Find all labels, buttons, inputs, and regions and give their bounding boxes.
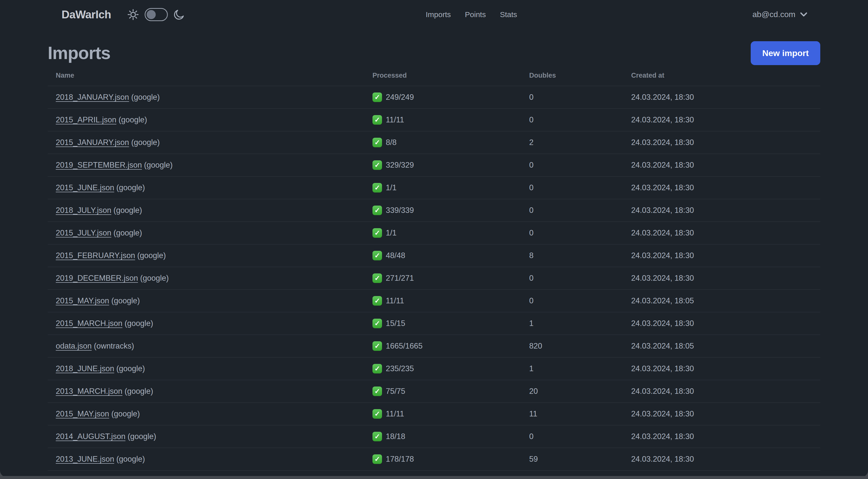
import-file-link[interactable]: 2015_MAY.json [56, 409, 109, 418]
success-check-icon: ✓ [372, 319, 382, 328]
theme-toggle[interactable] [145, 8, 168, 21]
doubles-cell: 820 [529, 341, 631, 351]
nav-link-stats[interactable]: Stats [500, 10, 517, 19]
page-title: Imports [48, 43, 111, 63]
created-at-cell: 24.03.2024, 18:30 [631, 93, 820, 102]
import-source-label: (google) [129, 138, 160, 147]
nav-link-points[interactable]: Points [465, 10, 486, 19]
chevron-down-icon [800, 12, 807, 17]
doubles-cell: 1 [529, 319, 631, 328]
import-name-cell: 2015_MARCH.json (google) [56, 319, 372, 328]
table-row: 2015_MARCH.json (google)✓15/15124.03.202… [48, 312, 820, 335]
new-import-button[interactable]: New import [751, 41, 820, 65]
processed-count: 1/1 [386, 183, 397, 192]
processed-count: 18/18 [386, 432, 405, 441]
import-source-label: (google) [116, 115, 147, 124]
processed-cell: ✓18/18 [372, 432, 529, 441]
sun-icon [127, 8, 139, 21]
import-source-label: (google) [114, 183, 145, 192]
created-at-cell: 24.03.2024, 18:30 [631, 183, 820, 192]
table-row: 2018_JUNE.json (google)✓235/235124.03.20… [48, 358, 820, 380]
processed-cell: ✓75/75 [372, 387, 529, 396]
import-file-link[interactable]: odata.json [56, 341, 92, 350]
import-file-link[interactable]: 2013_MARCH.json [56, 387, 122, 395]
import-source-label: (owntracks) [92, 341, 134, 350]
processed-count: 8/8 [386, 138, 397, 147]
import-file-link[interactable]: 2015_FEBRUARY.json [56, 251, 135, 260]
doubles-cell: 0 [529, 206, 631, 215]
import-file-link[interactable]: 2019_SEPTEMBER.json [56, 160, 142, 169]
page-head: Imports New import [48, 41, 820, 65]
import-file-link[interactable]: 2015_JULY.json [56, 229, 111, 237]
import-file-link[interactable]: 2018_JUNE.json [56, 364, 114, 373]
import-file-link[interactable]: 2013_JUNE.json [56, 455, 114, 463]
import-source-label: (google) [109, 409, 140, 418]
theme-toggle-knob [147, 10, 156, 19]
processed-count: 1665/1665 [386, 341, 423, 351]
doubles-cell: 20 [529, 387, 631, 396]
navbar-right: ab@cd.com [752, 10, 807, 19]
success-check-icon: ✓ [372, 228, 382, 238]
import-name-cell: 2015_JANUARY.json (google) [56, 138, 372, 147]
doubles-cell: 0 [529, 93, 631, 102]
import-source-label: (google) [129, 93, 160, 101]
theme-switch [127, 8, 185, 21]
table-row: 2019_SEPTEMBER.json (google)✓329/329024.… [48, 154, 820, 177]
success-check-icon: ✓ [372, 296, 382, 306]
doubles-cell: 2 [529, 138, 631, 147]
processed-cell: ✓339/339 [372, 206, 529, 215]
created-at-cell: 24.03.2024, 18:30 [631, 274, 820, 283]
window-bottom-edge [0, 476, 868, 479]
created-at-cell: 24.03.2024, 18:30 [631, 206, 820, 215]
doubles-cell: 8 [529, 251, 631, 260]
import-file-link[interactable]: 2015_JANUARY.json [56, 138, 129, 147]
import-file-link[interactable]: 2014_AUGUST.json [56, 432, 125, 441]
import-source-label: (google) [135, 251, 166, 260]
processed-cell: ✓15/15 [372, 319, 529, 328]
processed-cell: ✓1/1 [372, 183, 529, 192]
navbar-left: DaWarIch [62, 8, 185, 21]
table-row: 2019_DECEMBER.json (google)✓271/271024.0… [48, 267, 820, 290]
doubles-cell: 11 [529, 409, 631, 418]
import-name-cell: 2018_JULY.json (google) [56, 206, 372, 215]
import-file-link[interactable]: 2019_DECEMBER.json [56, 274, 138, 282]
processed-count: 178/178 [386, 455, 414, 464]
app-logo[interactable]: DaWarIch [62, 8, 111, 21]
doubles-cell: 59 [529, 455, 631, 464]
table-row: odata.json (owntracks)✓1665/166582024.03… [48, 335, 820, 358]
success-check-icon: ✓ [372, 160, 382, 170]
import-file-link[interactable]: 2018_JULY.json [56, 206, 111, 215]
processed-cell: ✓178/178 [372, 454, 529, 464]
processed-count: 11/11 [386, 296, 404, 305]
processed-count: 48/48 [386, 251, 405, 260]
created-at-cell: 24.03.2024, 18:30 [631, 115, 820, 124]
navbar: DaWarIch [0, 0, 868, 29]
import-file-link[interactable]: 2018_JANUARY.json [56, 93, 129, 101]
success-check-icon: ✓ [372, 273, 382, 283]
nav-link-imports[interactable]: Imports [426, 10, 451, 19]
created-at-cell: 24.03.2024, 18:30 [631, 387, 820, 396]
import-name-cell: 2015_JUNE.json (google) [56, 183, 372, 192]
processed-cell: ✓1/1 [372, 228, 529, 238]
table-header-row: Name Processed Doubles Created at [48, 65, 820, 86]
created-at-cell: 24.03.2024, 18:30 [631, 455, 820, 464]
import-name-cell: 2015_MAY.json (google) [56, 409, 372, 418]
import-name-cell: 2013_MARCH.json (google) [56, 387, 372, 396]
table-row: 2018_JANUARY.json (google)✓249/249024.03… [48, 86, 820, 109]
import-file-link[interactable]: 2015_MAY.json [56, 296, 109, 305]
success-check-icon: ✓ [372, 183, 382, 192]
table-row: 2018_JULY.json (google)✓339/339024.03.20… [48, 199, 820, 222]
processed-cell: ✓11/11 [372, 409, 529, 419]
processed-cell: ✓249/249 [372, 92, 529, 102]
created-at-cell: 24.03.2024, 18:05 [631, 296, 820, 305]
import-file-link[interactable]: 2015_MARCH.json [56, 319, 122, 328]
import-file-link[interactable]: 2015_JUNE.json [56, 183, 114, 192]
processed-count: 11/11 [386, 115, 404, 124]
processed-count: 75/75 [386, 387, 405, 396]
doubles-cell: 0 [529, 160, 631, 170]
import-file-link[interactable]: 2015_APRIL.json [56, 115, 116, 124]
doubles-cell: 0 [529, 296, 631, 305]
user-menu[interactable]: ab@cd.com [752, 10, 807, 19]
success-check-icon: ✓ [372, 92, 382, 102]
created-at-cell: 24.03.2024, 18:30 [631, 364, 820, 373]
